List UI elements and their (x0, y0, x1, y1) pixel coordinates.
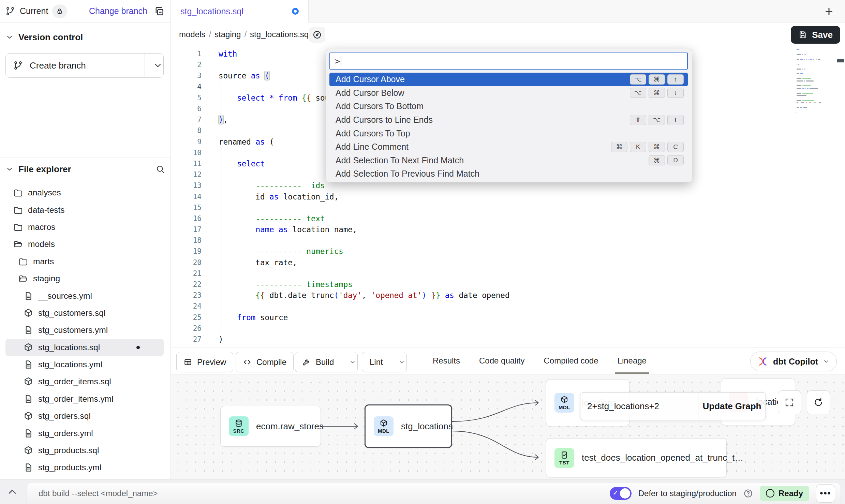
shortcut-keys: ⌘D (649, 155, 684, 165)
code-line-23: 23 {{ dbt.date_trunc('day', 'opened_at')… (171, 290, 845, 301)
file-item-stg_customers.sql[interactable]: stg_customers.sql (5, 305, 164, 322)
tab-stg-locations-sql[interactable]: stg_locations.sql (171, 0, 309, 23)
command-palette-input[interactable]: > (329, 53, 688, 70)
build-dropdown[interactable] (341, 352, 357, 372)
file-item-macros[interactable]: macros (5, 219, 164, 236)
defer-toggle[interactable]: ✓ (610, 487, 632, 500)
file-item-stg_locations.yml[interactable]: stg_locations.yml (5, 356, 164, 373)
command-item[interactable]: Add Cursors To Bottom (329, 100, 688, 113)
build-button[interactable]: Build (295, 352, 358, 372)
chevron-down-icon (398, 359, 405, 366)
update-graph-button[interactable]: Update Graph (698, 392, 766, 420)
file-explorer-title: File explorer (18, 164, 71, 175)
command-item[interactable]: Add Cursor Below⌥⌘↓ (329, 86, 688, 100)
compile-button[interactable]: Compile (236, 352, 294, 372)
command-item[interactable]: Add Selection To Next Find Match⌘D (329, 154, 688, 167)
dbt-copilot-button[interactable]: dbt Copilot (750, 352, 837, 371)
file-explorer-header[interactable]: File explorer (0, 158, 171, 180)
save-button[interactable]: Save (791, 26, 840, 44)
key-cap: ⌘ (649, 155, 665, 165)
file-item-analyses[interactable]: analyses (5, 184, 164, 201)
code-line-24: 24 (171, 301, 845, 312)
breadcrumb-staging[interactable]: staging (214, 30, 241, 39)
key-cap: ⌥ (649, 115, 665, 125)
lint-button[interactable]: Lint (362, 352, 407, 372)
lineage-search-group: 2+stg_locations+2 Update Graph (580, 392, 766, 420)
lineage-node-raw-stores[interactable]: SRC ecom.raw_stores (220, 406, 321, 447)
file-item-models[interactable]: models (5, 236, 164, 253)
file-item-stg_locations.sql[interactable]: stg_locations.sql (5, 339, 164, 356)
branch-row: Current Change branch (0, 0, 171, 23)
file-item-stg_order_items.yml[interactable]: stg_order_items.yml (5, 390, 164, 407)
preview-button[interactable]: Preview (176, 352, 233, 372)
scrollbar-thumb[interactable] (837, 59, 844, 62)
breadcrumb-file[interactable]: stg_locations.sql (250, 30, 310, 39)
editor-tabstrip: stg_locations.sql + (171, 0, 845, 23)
clipboard-check-icon (560, 450, 569, 459)
code-line-19: 19 ---------- numerics (171, 246, 845, 257)
copy-icon[interactable] (153, 5, 165, 17)
file-item-label: stg_orders.yml (38, 429, 93, 438)
new-tab-button[interactable]: + (821, 3, 837, 19)
command-item[interactable]: Add Cursors to Line Ends⇧⌥I (329, 113, 688, 127)
command-label: Add Cursor Above (336, 74, 405, 84)
lineage-node-test[interactable]: TST test_does_location_opened_at_trunc_t… (546, 438, 727, 477)
breadcrumb-models[interactable]: models (179, 30, 205, 39)
refresh-icon (813, 397, 824, 407)
fullscreen-button[interactable] (778, 390, 801, 414)
file-item-stg_products.yml[interactable]: stg_products.yml (5, 459, 164, 476)
help-icon[interactable] (743, 489, 753, 498)
tab-lineage[interactable]: Lineage (618, 347, 647, 374)
navigate-button[interactable] (309, 27, 325, 43)
lineage-node-stg-locations[interactable]: MDL stg_locations (365, 404, 452, 448)
unsaved-dot-icon (136, 346, 140, 349)
file-item-marts[interactable]: marts (5, 253, 164, 270)
command-item[interactable]: Add Selection To Previous Find Match (329, 167, 688, 181)
file-item-label: __sources.yml (38, 291, 92, 301)
copilot-label: dbt Copilot (773, 357, 818, 367)
key-cap: D (667, 155, 684, 165)
tab-results[interactable]: Results (433, 347, 460, 374)
version-control-title: Version control (18, 32, 83, 43)
file-item-__sources.yml[interactable]: __sources.yml (5, 287, 164, 304)
create-branch-button[interactable]: Create branch (5, 53, 164, 78)
key-cap: ⌘ (649, 74, 665, 85)
lineage-canvas[interactable]: SRC ecom.raw_stores MDL stg_locations MD… (171, 374, 845, 479)
tab-code-quality[interactable]: Code quality (479, 347, 524, 374)
text-caret (341, 56, 341, 66)
tab-compiled-code[interactable]: Compiled code (544, 347, 598, 374)
file-item-label: stg_products.sql (38, 446, 99, 455)
lint-dropdown[interactable] (390, 352, 406, 372)
change-branch-link[interactable]: Change branch (89, 6, 147, 16)
file-item-staging[interactable]: staging (5, 270, 164, 287)
line-number: 1 (171, 50, 202, 58)
line-number: 10 (171, 149, 202, 157)
command-item[interactable]: Add Cursor Above⌥⌘↑ (329, 73, 688, 86)
create-branch-dropdown[interactable] (145, 54, 163, 77)
command-bar-panel[interactable]: dbt build --select <model_name> ✓ Defer … (27, 482, 841, 504)
node-label: stg_locations (401, 421, 453, 432)
compass-icon (312, 30, 322, 40)
file-item-stg_orders.yml[interactable]: stg_orders.yml (5, 425, 164, 442)
model-badge: MDL (554, 393, 574, 413)
command-item[interactable]: Add Cursors To Top (329, 127, 688, 140)
overflow-menu-button[interactable]: ••• (816, 484, 835, 503)
refresh-button[interactable] (807, 390, 830, 414)
search-icon[interactable] (155, 164, 165, 174)
file-item-stg_customers.yml[interactable]: stg_customers.yml (5, 322, 164, 339)
lineage-search-input[interactable]: 2+stg_locations+2 (580, 392, 698, 420)
panel-tabs: Results Code quality Compiled code Linea… (433, 347, 647, 374)
code-line-25: 25 from source (171, 312, 845, 323)
version-control-header[interactable]: Version control (0, 29, 171, 46)
file-item-stg_orders.sql[interactable]: stg_orders.sql (5, 407, 164, 425)
minimap[interactable] (797, 48, 821, 120)
file-item-stg_products.sql[interactable]: stg_products.sql (5, 442, 164, 459)
file-item-data-tests[interactable]: data-tests (5, 201, 164, 218)
command-item[interactable]: Add Line Comment⌘K⌘C (329, 140, 688, 154)
file-item-stg_order_items.sql[interactable]: stg_order_items.sql (5, 373, 164, 390)
key-cap: ↑ (667, 74, 684, 85)
test-badge: TST (554, 448, 574, 468)
chevron-up-icon[interactable] (6, 486, 18, 498)
code-line-21: 21 (171, 268, 845, 279)
cube-icon (379, 419, 388, 428)
